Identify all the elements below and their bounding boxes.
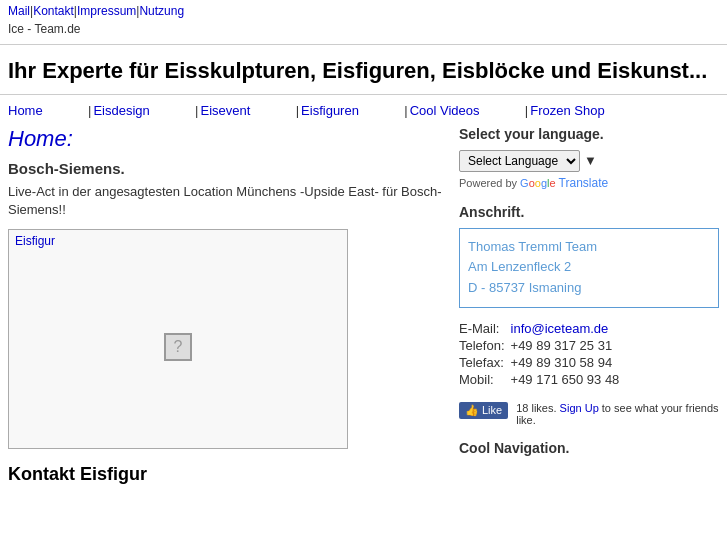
telefon-label: Telefon: bbox=[459, 337, 511, 354]
facebook-box: 👍 Like 18 likes. Sign Up to see what you… bbox=[459, 402, 719, 426]
nav-frozen-shop[interactable]: Frozen Shop bbox=[530, 103, 604, 118]
google-logo: Google bbox=[520, 177, 556, 189]
nav-kontakt-link[interactable]: Kontakt bbox=[33, 4, 74, 18]
main-title: Ihr Experte für Eisskulpturen, Eisfigure… bbox=[0, 49, 727, 90]
site-name: Ice - Team.de bbox=[0, 22, 727, 40]
translate-text: Translate bbox=[559, 176, 609, 190]
content-wrapper: Home: Bosch-Siemens. Live-Act in der ang… bbox=[0, 122, 727, 460]
nav-impressum-link[interactable]: Impressum bbox=[77, 4, 136, 18]
contact-email-row: E-Mail: info@iceteam.de bbox=[459, 320, 625, 337]
fb-like-label: Like bbox=[482, 404, 502, 416]
image-label: Eisfigur bbox=[9, 230, 347, 252]
address-line-2: Am Lenzenfleck 2 bbox=[468, 257, 710, 278]
nav-eisfiguren[interactable]: Eisfiguren bbox=[301, 103, 359, 118]
image-placeholder: ? bbox=[9, 252, 347, 442]
telefax-label: Telefax: bbox=[459, 354, 511, 371]
section-title: Bosch-Siemens. bbox=[8, 160, 443, 177]
cool-nav-heading: Cool Navigation. bbox=[459, 440, 719, 456]
nav-eisdesign[interactable]: Eisdesign bbox=[93, 103, 149, 118]
lang-select-wrapper: Select Language ▼ bbox=[459, 150, 719, 172]
top-navigation: Mail|Kontakt|Impressum|Nutzung bbox=[0, 0, 727, 22]
nav-mail-link[interactable]: Mail bbox=[8, 4, 30, 18]
powered-by: Powered by Google Translate bbox=[459, 176, 719, 190]
main-navbar: Home |Eisdesign |Eisevent |Eisfiguren |C… bbox=[0, 99, 727, 122]
mobil-value: +49 171 650 93 48 bbox=[511, 371, 626, 388]
nav-home[interactable]: Home bbox=[8, 103, 43, 118]
contact-table: E-Mail: info@iceteam.de Telefon: +49 89 … bbox=[459, 320, 625, 388]
address-heading: Anschrift. bbox=[459, 204, 719, 220]
section-description: Live-Act in der angesagtesten Location M… bbox=[8, 183, 443, 219]
nav-cool-videos[interactable]: Cool Videos bbox=[410, 103, 480, 118]
address-box: Thomas Tremml Team Am Lenzenfleck 2 D - … bbox=[459, 228, 719, 308]
nav-nutzung-link[interactable]: Nutzung bbox=[139, 4, 184, 18]
right-column: Select your language. Select Language ▼ … bbox=[459, 126, 719, 456]
fb-count-text: 18 likes. Sign Up to see what your frien… bbox=[516, 402, 719, 426]
powered-by-text: Powered by bbox=[459, 177, 517, 189]
left-column: Home: Bosch-Siemens. Live-Act in der ang… bbox=[8, 126, 443, 456]
image-box: Eisfigur ? bbox=[8, 229, 348, 449]
home-heading: Home: bbox=[8, 126, 443, 152]
contact-mobil-row: Mobil: +49 171 650 93 48 bbox=[459, 371, 625, 388]
fb-signup-link[interactable]: Sign Up bbox=[560, 402, 599, 414]
fb-count: 18 likes. bbox=[516, 402, 556, 414]
broken-image-icon: ? bbox=[164, 333, 192, 361]
telefon-value: +49 89 317 25 31 bbox=[511, 337, 626, 354]
divider-top bbox=[0, 44, 727, 45]
dropdown-arrow-icon: ▼ bbox=[584, 153, 597, 168]
telefax-value: +49 89 310 58 94 bbox=[511, 354, 626, 371]
language-select[interactable]: Select Language bbox=[459, 150, 580, 172]
address-line-3: D - 85737 Ismaning bbox=[468, 278, 710, 299]
email-value: info@iceteam.de bbox=[511, 320, 626, 337]
divider-title bbox=[0, 94, 727, 95]
bottom-heading: Kontakt Eisfigur bbox=[8, 464, 719, 485]
lang-heading: Select your language. bbox=[459, 126, 719, 142]
fb-like-button[interactable]: 👍 Like bbox=[459, 402, 508, 419]
bottom-section: Kontakt Eisfigur bbox=[0, 460, 727, 489]
mobil-label: Mobil: bbox=[459, 371, 511, 388]
contact-telefax-row: Telefax: +49 89 310 58 94 bbox=[459, 354, 625, 371]
thumbs-up-icon: 👍 bbox=[465, 404, 479, 417]
address-line-1: Thomas Tremml Team bbox=[468, 237, 710, 258]
nav-eisevent[interactable]: Eisevent bbox=[201, 103, 251, 118]
email-label: E-Mail: bbox=[459, 320, 511, 337]
email-link[interactable]: info@iceteam.de bbox=[511, 321, 609, 336]
contact-telefon-row: Telefon: +49 89 317 25 31 bbox=[459, 337, 625, 354]
